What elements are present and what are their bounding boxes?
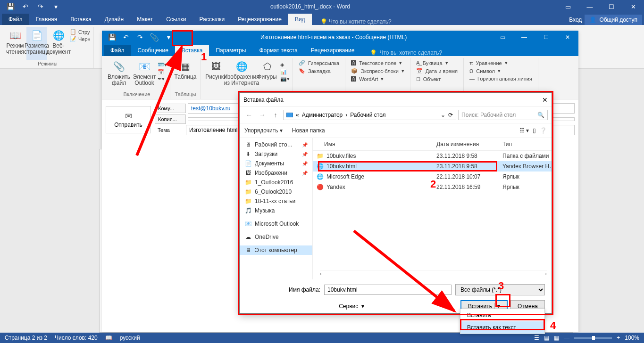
ol-close-icon[interactable]: ✕ (557, 31, 578, 44)
sidebar-item[interactable]: 📁18-11-xx статьи (240, 196, 312, 206)
horizontal-line-button[interactable]: ― Горизонтальная линия (469, 76, 532, 82)
ol-minimize-icon[interactable]: ― (513, 31, 535, 44)
web-layout-button[interactable]: 🌐Веб-документ (48, 27, 69, 60)
ol-maximize-icon[interactable]: ☐ (535, 31, 557, 44)
sidebar-item[interactable]: 🖥Этот компьютер (240, 245, 312, 255)
tab-file[interactable]: Файл (2, 14, 29, 25)
online-pictures-button[interactable]: 🌐Изображения из Интернета (229, 58, 254, 90)
path-dropdown-icon[interactable]: ⌄ (441, 112, 445, 118)
save-icon[interactable]: 💾 (3, 0, 18, 13)
symbol-button[interactable]: Ω Символ ▾ (469, 68, 532, 74)
tab-mailings[interactable]: Рассылки (192, 14, 231, 25)
preview-pane-button[interactable]: ▯ (533, 127, 536, 134)
ol-tab-message[interactable]: Сообщение (131, 45, 175, 56)
hscroll-right-icon[interactable]: › (545, 270, 547, 276)
new-folder-button[interactable]: Новая папка (292, 127, 325, 134)
col-type[interactable]: Тип (499, 138, 552, 150)
sidebar-item[interactable] (240, 242, 312, 245)
ol-tab-review[interactable]: Рецензирование (304, 45, 361, 56)
to-button[interactable]: Кому... (155, 104, 186, 113)
nav-back-icon[interactable]: ← (243, 111, 255, 119)
sidebar-item[interactable]: 🖼Изображени📌 (240, 168, 312, 178)
address-bar[interactable]: « Администратор › Рабочий стол ⌄ ⟳ (283, 110, 456, 120)
datetime-button[interactable]: 📅 Дата и время (416, 68, 458, 74)
view-button[interactable]: ☷ ▾ (519, 127, 529, 134)
tab-home[interactable]: Главная (29, 14, 64, 25)
tab-view[interactable]: Вид (288, 14, 312, 25)
refresh-icon[interactable]: ⟳ (448, 112, 453, 118)
zoom-out-icon[interactable]: ― (564, 335, 569, 341)
send-button[interactable]: ✉ Отправить (106, 106, 151, 133)
path-seg-2[interactable]: Рабочий стол (350, 112, 385, 118)
sidebar-item[interactable]: 🎵Музыка (240, 206, 312, 215)
tab-layout[interactable]: Макет (130, 14, 159, 25)
attach-file-button[interactable]: 📎Вложить файл (107, 58, 131, 90)
textbox-button[interactable]: 🅰 Текстовое поле ▾ (351, 60, 404, 66)
object-button[interactable]: ◻ Объект (416, 76, 458, 82)
sidebar-item[interactable]: 📧Microsoft Outlook (240, 219, 312, 229)
file-row[interactable]: 🌐Microsoft Edge22.11.2018 10:07Ярлык (313, 172, 552, 182)
zoom-level[interactable]: 100% (625, 335, 639, 341)
search-input[interactable]: Поиск: Рабочий стол 🔍 (458, 110, 548, 120)
ol-qat-more-icon[interactable]: ▾ (161, 31, 176, 43)
zoom-in-icon[interactable]: + (617, 335, 620, 341)
shapes-button[interactable]: ⬠Фигуры (255, 58, 279, 90)
business-card-button[interactable]: 🪪▾ (158, 62, 167, 68)
proofing-icon[interactable]: 📖 (105, 335, 112, 341)
ol-tab-file[interactable]: Файл (104, 45, 131, 56)
smartart-button[interactable]: ◈ (280, 62, 290, 68)
outlook-item-button[interactable]: 📧Элемент Outlook (132, 58, 157, 90)
organize-button[interactable]: Упорядочить ▾ (244, 127, 283, 134)
signature-button[interactable]: ✒▾ (158, 76, 167, 82)
sidebar-item[interactable] (240, 215, 312, 219)
tab-design[interactable]: Дизайн (98, 14, 130, 25)
tab-references[interactable]: Ссылки (159, 14, 192, 25)
quickparts-button[interactable]: 📦 Экспресс-блоки ▾ (351, 68, 404, 74)
undo-icon[interactable]: ↶ (18, 0, 33, 13)
tools-button[interactable]: Сервис ▾ (339, 303, 364, 310)
cc-button[interactable]: Копия... (155, 114, 186, 124)
ol-save-icon[interactable]: 💾 (105, 31, 119, 43)
wordart-button[interactable]: 🅰 WordArt ▾ (351, 76, 404, 82)
view-read-icon[interactable]: ☰ (534, 335, 539, 341)
tell-me[interactable]: 💡 Что вы хотите сделать? (312, 18, 392, 25)
ol-tab-format[interactable]: Формат текста (252, 45, 304, 56)
sidebar-item[interactable]: 🖥Рабочий сто…📌 (240, 140, 312, 149)
read-mode-button[interactable]: 📖Режим чтения (5, 27, 25, 60)
outline-button[interactable]: 📋 Стру (70, 29, 91, 35)
ol-tab-insert[interactable]: Вставка (175, 45, 209, 56)
file-row[interactable]: 🌐10bukv.html23.11.2018 9:58Yandex Browse… (313, 161, 552, 172)
ol-redo-icon[interactable]: ↷ (133, 31, 147, 43)
table-button[interactable]: ▦Таблица (173, 58, 198, 90)
sidebar-item[interactable]: 📄Документы📌 (240, 159, 312, 168)
ol-tell-me[interactable]: 💡 Что вы хотите сделать? (361, 49, 443, 56)
tab-insert[interactable]: Вставка (64, 14, 98, 25)
dialog-close-icon[interactable]: ✕ (542, 96, 548, 104)
equation-button[interactable]: π Уравнение ▾ (469, 60, 532, 66)
draft-button[interactable]: 📝 Черн (70, 36, 91, 42)
col-name[interactable]: Имя (313, 138, 433, 150)
login-link[interactable]: Вход (569, 16, 582, 23)
language[interactable]: русский (120, 335, 140, 341)
tab-review[interactable]: Рецензирование (231, 14, 288, 25)
file-row[interactable]: 📁10bukv.files23.11.2018 9:58Папка с файл… (313, 151, 552, 161)
zoom-slider[interactable] (574, 337, 612, 339)
share-button[interactable]: 👤 Общий доступ (585, 15, 642, 25)
menu-insert[interactable]: Вставить (460, 309, 544, 321)
print-layout-button[interactable]: 📄Разметка страницы (26, 27, 47, 60)
ol-undo-icon[interactable]: ↶ (119, 31, 133, 43)
nav-forward-icon[interactable]: → (257, 111, 268, 119)
path-seg-1[interactable]: Администратор (302, 112, 343, 118)
sidebar-item[interactable]: ⬇Загрузки📌 (240, 149, 312, 159)
maximize-icon[interactable]: ☐ (601, 0, 622, 13)
dropcap-button[interactable]: A͟ Буквица ▾ (416, 60, 458, 66)
help-icon[interactable]: ❔ (540, 127, 547, 134)
hyperlink-button[interactable]: 🔗 Гиперссылка (299, 60, 339, 66)
screenshot-button[interactable]: 📷▾ (280, 76, 290, 82)
filename-input[interactable] (324, 285, 452, 295)
menu-insert-as-text[interactable]: Вставить как текст (460, 321, 544, 334)
ol-ribbon-opts-icon[interactable]: ▭ (492, 31, 513, 44)
col-date[interactable]: Дата изменения (433, 138, 499, 150)
qat-custom-icon[interactable]: ▾ (48, 0, 63, 13)
view-web-icon[interactable]: ▦ (554, 335, 559, 341)
